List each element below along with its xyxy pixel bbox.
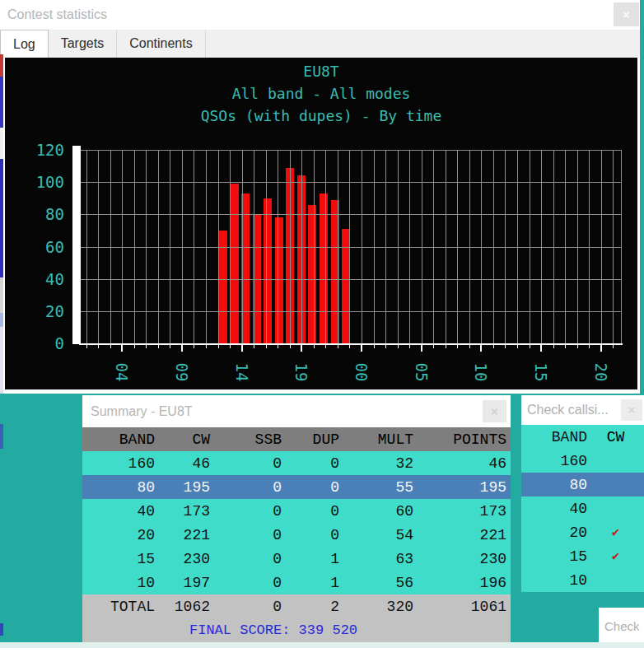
- cell: 196: [413, 575, 511, 591]
- tab-targets[interactable]: Targets: [49, 30, 117, 58]
- cell: 0: [210, 599, 282, 615]
- cell: 56: [339, 575, 413, 591]
- cell-band: 160: [521, 453, 587, 469]
- header-cell: MULT: [339, 431, 413, 448]
- y-tick-label: 0: [12, 334, 64, 352]
- axis-tick-minor: [398, 345, 399, 348]
- axis-tick-minor: [86, 345, 87, 348]
- x-tick-label: 04: [114, 356, 130, 389]
- header-cell: BAND: [521, 429, 587, 445]
- y-tick-label: 40: [12, 270, 64, 288]
- axis-tick-minor: [577, 345, 578, 348]
- summary-row[interactable]: 152300163230: [82, 547, 511, 571]
- axis-tick-major: [181, 345, 183, 352]
- axis-tick-minor: [110, 345, 111, 348]
- check-mini-window: Check: [599, 608, 644, 642]
- cell-band: 15: [521, 548, 587, 565]
- cell: 173: [155, 503, 210, 520]
- axis-tick-minor: [314, 345, 315, 348]
- header-cell: CW: [587, 429, 644, 445]
- cell: 221: [413, 527, 511, 543]
- summary-row[interactable]: 101970156196: [82, 571, 511, 594]
- cell: 0: [210, 455, 282, 472]
- axis-tick-minor: [409, 345, 410, 348]
- cell: 0: [282, 479, 339, 496]
- check-row[interactable]: 20✔: [521, 520, 644, 544]
- check-row[interactable]: 80: [521, 473, 644, 496]
- cell: TOTAL: [82, 599, 155, 615]
- header-cell: CW: [155, 431, 210, 448]
- axis-tick-minor: [134, 345, 135, 348]
- contest-titlebar[interactable]: Contest statistics ×: [0, 0, 640, 30]
- tab-label: Targets: [61, 36, 104, 51]
- axis-tick-major: [421, 345, 422, 352]
- close-button[interactable]: ×: [621, 399, 642, 421]
- cell: 80: [82, 479, 155, 496]
- tab-label: Log: [13, 37, 35, 52]
- summary-row[interactable]: 401730060173: [82, 499, 511, 523]
- cell: 55: [339, 479, 413, 496]
- y-tick-label: 20: [12, 302, 64, 320]
- check-row[interactable]: 15✔: [521, 544, 644, 568]
- axis-tick-minor: [469, 345, 470, 348]
- axis-tick-minor: [505, 345, 506, 348]
- background-window-edge: [0, 277, 3, 313]
- axis-tick-minor: [433, 345, 434, 348]
- check-titlebar[interactable]: Check callsi... ×: [521, 395, 644, 425]
- x-tick-label: 05: [413, 356, 430, 389]
- axis-tick-minor: [493, 345, 494, 348]
- axis-tick-major: [301, 345, 302, 352]
- cell: 15: [82, 551, 155, 567]
- tab-log[interactable]: Log: [0, 30, 49, 58]
- cell: 230: [413, 551, 511, 567]
- close-icon: ×: [628, 403, 636, 417]
- axis-tick-major: [540, 345, 542, 352]
- cell: 10: [82, 575, 155, 591]
- qso-bar: [320, 193, 328, 343]
- summary-row[interactable]: 202210054221: [82, 523, 511, 547]
- axis-tick-minor: [385, 345, 386, 348]
- x-tick-label: 19: [293, 356, 310, 389]
- x-tick-label: 10: [473, 356, 489, 389]
- axis-tick-minor: [254, 345, 254, 348]
- axis-tick-minor: [230, 345, 231, 348]
- grid-line: [81, 182, 621, 183]
- axis-tick-major: [241, 345, 243, 352]
- qso-bar: [231, 184, 239, 343]
- axis-tick-minor: [170, 345, 170, 348]
- check-row[interactable]: 40: [521, 496, 644, 520]
- window-title: Check callsi...: [527, 403, 609, 417]
- header-cell: BAND: [82, 431, 155, 448]
- check-row[interactable]: 160: [521, 449, 644, 473]
- window-title: Summary - EU8T: [91, 404, 193, 418]
- axis-tick-minor: [266, 345, 267, 348]
- cell: 195: [155, 479, 210, 496]
- grid-line: [81, 247, 621, 248]
- tab-bar: Log Targets Continents: [0, 30, 640, 58]
- final-score-row: FINAL SCORE: 339 520: [82, 618, 511, 642]
- axis-tick-minor: [553, 345, 554, 348]
- close-button[interactable]: ×: [483, 400, 506, 422]
- x-tick-label: 09: [174, 356, 190, 389]
- check-icon: ✔: [587, 548, 644, 564]
- background-window-edge: [0, 424, 3, 449]
- close-icon: ×: [623, 7, 630, 21]
- axis-tick-minor: [565, 345, 566, 348]
- summary-row[interactable]: 16046003246: [82, 451, 511, 475]
- background-window-edge: [0, 77, 3, 128]
- cell: 0: [210, 575, 282, 591]
- check-row[interactable]: 10: [521, 568, 644, 592]
- axis-tick-minor: [325, 345, 326, 348]
- tab-continents[interactable]: Continents: [117, 30, 206, 58]
- summary-row[interactable]: 801950055195: [82, 475, 511, 499]
- cell: 197: [155, 575, 210, 591]
- background-window-edge: [0, 128, 3, 159]
- cell-band: 80: [521, 477, 587, 493]
- close-button[interactable]: ×: [614, 2, 639, 26]
- summary-titlebar[interactable]: Summary - EU8T ×: [82, 395, 511, 427]
- cell: 46: [413, 455, 511, 472]
- cell: 160: [82, 455, 155, 472]
- cell: 32: [339, 455, 413, 472]
- check-mini-titlebar[interactable]: Check: [599, 608, 644, 642]
- window-title: Contest statistics: [7, 7, 107, 21]
